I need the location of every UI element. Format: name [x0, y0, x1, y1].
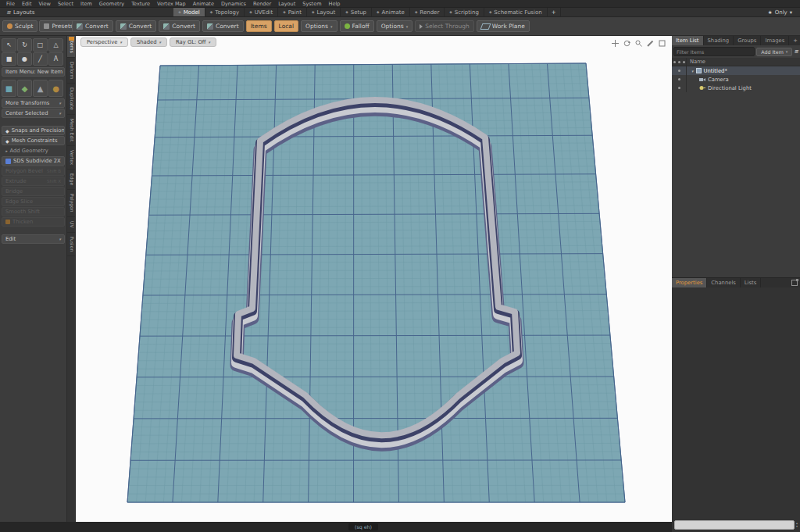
menu-render[interactable]: Render	[253, 1, 271, 7]
convert-button-1[interactable]: Convert	[72, 20, 113, 32]
side-tab-vertex[interactable]: Vertex	[67, 146, 75, 170]
tab-lists[interactable]: Lists	[741, 278, 761, 287]
layout-tab-animate[interactable]: ◆Animate	[372, 8, 410, 16]
viewport-shading-dropdown[interactable]: Shaded ▾	[130, 37, 167, 47]
side-tab-mesh-edit[interactable]: Mesh Edit	[67, 115, 75, 146]
menu-animate[interactable]: Animate	[193, 1, 214, 7]
add-layout-tab-button[interactable]: +	[548, 8, 561, 16]
visibility-eye-icon[interactable]	[678, 78, 680, 80]
layout-tab-setup[interactable]: ◆Setup	[341, 8, 372, 16]
work-plane-button[interactable]: Work Plane	[477, 20, 530, 32]
more-transforms-dropdown[interactable]: More Transforms ▾	[2, 98, 65, 108]
tab-images[interactable]: Images	[761, 36, 789, 45]
menu-texture[interactable]: Texture	[131, 1, 150, 7]
layout-tab-schematic-fusion[interactable]: ◆Schematic Fusion	[484, 8, 548, 16]
side-tab-duplicate[interactable]: Duplicate	[67, 84, 75, 115]
extrude-button[interactable]: Extrude Shift X	[2, 177, 65, 186]
viewport-view-dropdown[interactable]: Perspective ▾	[80, 37, 128, 47]
menu-file[interactable]: File	[6, 1, 15, 7]
edge-slice-button[interactable]: Edge Slice	[2, 197, 65, 206]
orbit-icon[interactable]	[623, 39, 630, 47]
menu-item[interactable]: Item	[80, 1, 92, 7]
tab-shading[interactable]: Shading	[704, 36, 734, 45]
layout-tab-layout[interactable]: ◆Layout	[307, 8, 341, 16]
menu-dynamics[interactable]: Dynamics	[221, 1, 246, 7]
thicken-button[interactable]: Thicken	[2, 217, 65, 227]
item-menu-dropdown[interactable]: Item Menu: New Item ▾	[2, 67, 65, 77]
menu-layout[interactable]: Layout	[278, 1, 295, 7]
menu-system[interactable]: System	[302, 1, 321, 7]
tab-properties[interactable]: Properties	[672, 278, 707, 287]
3d-viewport[interactable]: Perspective ▾ Shaded ▾ Ray GL: Off ▾	[76, 36, 672, 522]
falloff-tool-button[interactable]: △	[48, 38, 63, 52]
cube-tool-button[interactable]: ■	[2, 52, 16, 66]
properties-value-input[interactable]	[674, 520, 795, 530]
center-selected-dropdown[interactable]: Center Selected ▾	[2, 109, 65, 118]
menu-edit[interactable]: Edit	[22, 1, 32, 7]
select-tool-button[interactable]: ↖	[2, 38, 16, 52]
sphere-tool-button[interactable]: ●	[17, 52, 32, 66]
tab-channels[interactable]: Channels	[707, 278, 740, 287]
polygon-bevel-button[interactable]: Polygon Bevel Shift B	[2, 166, 65, 176]
side-tab-fusion[interactable]: Fusion	[67, 233, 75, 256]
rotate-tool-button[interactable]: ↻	[17, 38, 32, 52]
side-tab-edge[interactable]: Edge	[67, 170, 75, 190]
menu-help[interactable]: Help	[329, 1, 341, 7]
snaps-precision-button[interactable]: ◆ Snaps and Precision	[2, 126, 65, 135]
falloff-button[interactable]: Falloff	[340, 20, 374, 32]
pan-icon[interactable]	[611, 39, 619, 47]
3d-viewport-canvas[interactable]	[76, 36, 672, 522]
bridge-button[interactable]: Bridge	[2, 187, 65, 196]
filter-items-input[interactable]	[673, 47, 755, 56]
disclosure-triangle-icon[interactable]: ▾	[691, 69, 694, 73]
tab-groups[interactable]: Groups	[734, 36, 761, 45]
edit-dropdown[interactable]: Edit ▾	[2, 234, 65, 244]
text-tool-button[interactable]: A	[48, 52, 63, 66]
mesh-constraints-button[interactable]: ◆ Mesh Constraints	[2, 136, 65, 145]
scale-tool-button[interactable]: □	[33, 38, 48, 52]
options-button-2[interactable]: Options▾	[377, 20, 412, 32]
list-options-icon[interactable]: ≡	[794, 48, 798, 55]
pen-tool-button[interactable]: ╱	[33, 52, 48, 66]
sculpt-button[interactable]: Sculpt	[2, 20, 38, 32]
side-tab-items[interactable]: Items	[67, 36, 75, 58]
side-tab-deform[interactable]: Deform	[67, 58, 75, 84]
pencil-icon[interactable]	[646, 39, 654, 47]
layout-tab-uvedit[interactable]: ◆UVEdit	[245, 8, 278, 16]
tree-row-directional-light[interactable]: Directional Light	[672, 84, 800, 92]
visibility-eye-icon[interactable]	[678, 87, 680, 89]
value-stepper[interactable]: ▾ ▾	[796, 522, 798, 528]
symmetry-button[interactable]: ◆	[17, 80, 32, 97]
menu-geometry[interactable]: Geometry	[99, 1, 124, 7]
menu-select[interactable]: Select	[58, 1, 73, 7]
side-tab-uv[interactable]: UV	[67, 217, 75, 233]
action-center-button[interactable]: ■	[2, 80, 16, 97]
layout-tab-topology[interactable]: ◆Topology	[205, 8, 245, 16]
sds-subdivide-button[interactable]: SDS Subdivide 2X	[2, 156, 65, 166]
layout-tab-render[interactable]: ◆Render	[410, 8, 445, 16]
layouts-button[interactable]: ≡ Layouts	[0, 9, 41, 16]
layout-tab-model[interactable]: ◆Model	[173, 8, 205, 16]
workplane-tool-button[interactable]: ▲	[33, 80, 48, 97]
layout-tab-paint[interactable]: ◆Paint	[278, 8, 307, 16]
options-button-1[interactable]: Options▾	[301, 20, 337, 32]
tree-row-untitled[interactable]: ▾ Untitled*	[672, 66, 800, 75]
convert-button-2[interactable]: Convert	[116, 20, 157, 32]
visibility-eye-icon[interactable]	[678, 70, 680, 72]
local-mode-button[interactable]: Local	[274, 20, 298, 32]
side-tab-polygon[interactable]: Polygon	[67, 190, 75, 217]
smooth-shift-button[interactable]: Smooth Shift	[2, 207, 65, 216]
maximize-icon[interactable]	[658, 39, 666, 47]
convert-button-3[interactable]: Convert	[159, 20, 200, 32]
menu-view[interactable]: View	[38, 1, 50, 7]
snapping-tool-button[interactable]: ●	[48, 80, 63, 97]
add-panel-tab-button[interactable]: +	[789, 36, 800, 45]
only-filter-button[interactable]: ★ Only ▾	[760, 9, 800, 16]
zoom-icon[interactable]	[634, 39, 642, 47]
items-mode-button[interactable]: Items	[246, 20, 272, 32]
expand-panel-icon[interactable]	[791, 280, 798, 286]
viewport-raygl-dropdown[interactable]: Ray GL: Off ▾	[170, 37, 216, 47]
add-geometry-header[interactable]: ▸ Add Geometry	[2, 146, 65, 155]
tab-item-list[interactable]: Item List	[672, 36, 704, 45]
stepper-up-icon[interactable]: ▾	[796, 522, 798, 525]
